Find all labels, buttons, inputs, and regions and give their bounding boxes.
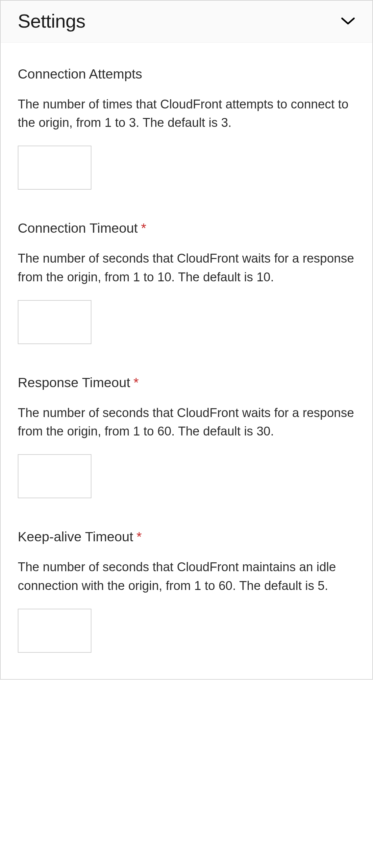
required-asterisk: * (134, 375, 139, 390)
field-label-text: Connection Attempts (18, 66, 142, 82)
settings-panel: Settings Connection Attempts The number … (0, 0, 373, 680)
connection-attempts-field: Connection Attempts The number of times … (18, 66, 355, 190)
connection-timeout-description: The number of seconds that CloudFront wa… (18, 249, 355, 286)
field-label-text: Connection Timeout (18, 220, 138, 236)
field-label-text: Keep-alive Timeout (18, 529, 133, 544)
keepalive-timeout-field: Keep-alive Timeout* The number of second… (18, 529, 355, 652)
response-timeout-label: Response Timeout* (18, 375, 355, 391)
connection-timeout-field: Connection Timeout* The number of second… (18, 220, 355, 344)
keepalive-timeout-input[interactable] (18, 609, 91, 653)
connection-timeout-input[interactable] (18, 300, 91, 344)
connection-attempts-description: The number of times that CloudFront atte… (18, 95, 355, 132)
connection-attempts-label: Connection Attempts (18, 66, 355, 82)
keepalive-timeout-description: The number of seconds that CloudFront ma… (18, 558, 355, 594)
chevron-down-icon[interactable] (341, 14, 355, 28)
field-label-text: Response Timeout (18, 375, 130, 390)
response-timeout-input[interactable] (18, 454, 91, 498)
connection-timeout-label: Connection Timeout* (18, 220, 355, 236)
settings-title: Settings (18, 10, 86, 32)
connection-attempts-input[interactable] (18, 146, 91, 190)
settings-header[interactable]: Settings (1, 1, 372, 43)
keepalive-timeout-label: Keep-alive Timeout* (18, 529, 355, 545)
response-timeout-field: Response Timeout* The number of seconds … (18, 375, 355, 498)
required-asterisk: * (137, 529, 142, 544)
required-asterisk: * (141, 220, 146, 236)
settings-body: Connection Attempts The number of times … (1, 43, 372, 679)
response-timeout-description: The number of seconds that CloudFront wa… (18, 404, 355, 440)
